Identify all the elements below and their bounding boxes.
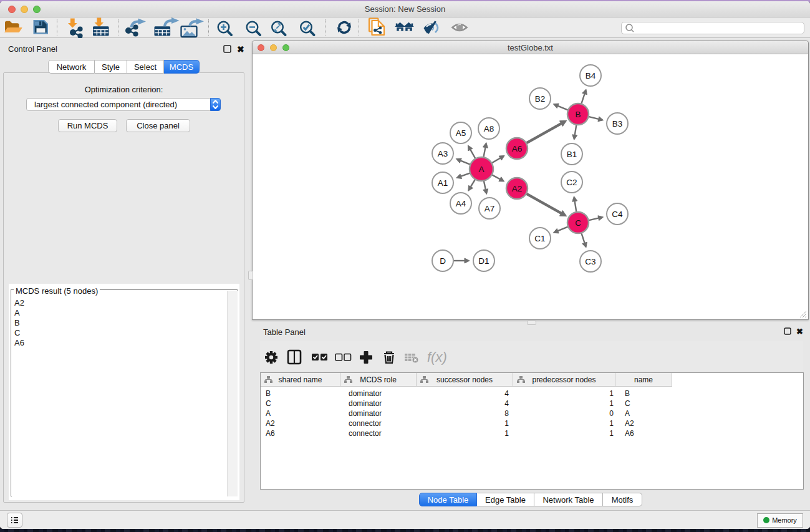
svg-text:✖: ✖ xyxy=(237,44,244,54)
svg-text:C: C xyxy=(575,218,581,228)
svg-text:f(x): f(x) xyxy=(427,349,447,365)
svg-text:A7: A7 xyxy=(485,204,495,213)
svg-text:A5: A5 xyxy=(456,128,466,138)
svg-text:A8: A8 xyxy=(484,124,494,133)
svg-text:B: B xyxy=(575,110,581,119)
svg-text:C3: C3 xyxy=(585,257,595,266)
svg-text:B1: B1 xyxy=(567,150,577,159)
svg-text:B4: B4 xyxy=(586,71,596,80)
svg-text:C2: C2 xyxy=(566,178,577,187)
svg-text:C4: C4 xyxy=(612,210,623,219)
svg-text:A3: A3 xyxy=(438,149,448,158)
svg-text:✖: ✖ xyxy=(796,327,803,336)
svg-text:A: A xyxy=(478,165,484,174)
svg-text:D1: D1 xyxy=(478,256,489,266)
svg-text:A4: A4 xyxy=(456,199,466,208)
svg-text:C1: C1 xyxy=(534,234,545,243)
svg-text:A2: A2 xyxy=(512,184,523,193)
svg-text:A6: A6 xyxy=(512,144,523,153)
svg-text:D: D xyxy=(440,256,446,266)
svg-text:B3: B3 xyxy=(612,119,623,128)
svg-text:B2: B2 xyxy=(535,94,546,104)
svg-text:A1: A1 xyxy=(438,178,448,188)
